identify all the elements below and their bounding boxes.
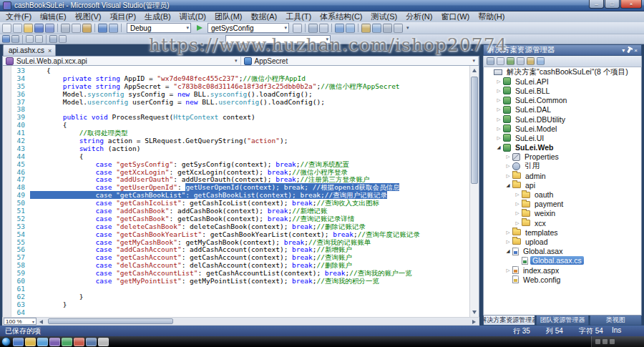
tree-item-api[interactable]: ◢api — [484, 180, 641, 190]
horizontal-scroll-thumb[interactable] — [48, 318, 173, 324]
properties-icon[interactable] — [487, 57, 494, 65]
expand-icon[interactable]: ▷ — [504, 268, 512, 273]
taskbar-app-5[interactable] — [62, 338, 72, 346]
panel-tab-item[interactable]: 解决方案资源管理器 — [483, 316, 535, 326]
code-editor[interactable]: 33 {34 private string AppID = "wx7de948f… — [2, 66, 479, 317]
menu-item-e[interactable]: 编辑(E) — [36, 11, 71, 22]
expand-icon[interactable]: ▷ — [504, 239, 512, 245]
paste-icon[interactable] — [82, 24, 92, 33]
close-button[interactable]: × — [620, 0, 642, 9]
expand-icon[interactable]: ▷ — [514, 192, 521, 197]
start-debugging-icon[interactable] — [195, 24, 204, 33]
tree-item-index-aspx[interactable]: ▷index.aspx — [484, 265, 641, 275]
tree-item-global-asax-cs[interactable]: Global.asax.cs — [484, 256, 641, 265]
taskbar-app-2[interactable] — [25, 338, 36, 346]
panel-tab-item[interactable]: 团队资源管理器 — [536, 316, 588, 326]
editor-horizontal-scrollbar[interactable] — [36, 318, 479, 325]
expand-icon[interactable]: ▷ — [514, 201, 521, 207]
collapse-icon[interactable]: ◢ — [495, 145, 502, 150]
taskbar-app-1[interactable] — [13, 338, 24, 346]
tree-item-weixin[interactable]: ▷weixin — [484, 209, 641, 218]
view-code-icon[interactable] — [517, 57, 525, 65]
collapse-icon[interactable]: ◢ — [504, 182, 512, 188]
expand-icon[interactable]: ▷ — [504, 154, 512, 160]
expand-icon[interactable]: ▷ — [514, 210, 521, 216]
expand-icon[interactable]: ▷ — [504, 173, 512, 179]
tree-item-upload[interactable]: ▷upload — [484, 237, 641, 246]
solution-configuration-combo[interactable]: Debug ▾ — [127, 23, 191, 33]
view-class-diagram-icon[interactable] — [537, 57, 545, 65]
object-browser-icon[interactable] — [394, 24, 403, 33]
comment-selection-icon[interactable] — [308, 24, 318, 33]
system-tray[interactable] — [591, 336, 644, 347]
scroll-down-icon[interactable] — [472, 311, 477, 314]
types-dropdown[interactable]: SuLei.Web.api.xcx.api ▾ — [3, 57, 241, 65]
copy-icon[interactable] — [72, 24, 81, 33]
refresh-icon[interactable] — [507, 57, 514, 65]
toggle-bookmark-icon[interactable] — [335, 24, 344, 33]
menu-item-s[interactable]: 测试(S) — [367, 11, 402, 22]
tree-item-sulei-common[interactable]: ▷SuLei.Common — [484, 96, 641, 105]
taskbar-app-3[interactable] — [37, 338, 48, 346]
menu-item-b[interactable]: 生成(B) — [140, 11, 175, 22]
expand-icon[interactable]: ▷ — [504, 163, 512, 169]
menu-item-a[interactable]: 数据(A) — [247, 11, 282, 22]
expand-icon[interactable]: ▷ — [495, 126, 502, 132]
start-button[interactable] — [1, 337, 11, 346]
expand-icon[interactable]: ▷ — [495, 117, 502, 122]
find-in-files-icon[interactable] — [293, 24, 302, 33]
expand-icon[interactable]: ▷ — [495, 135, 502, 141]
menu-item-d[interactable]: 调试(D) — [175, 11, 210, 22]
maximize-button[interactable]: □ — [605, 0, 620, 9]
increase-indent-icon[interactable] — [35, 35, 43, 43]
window-position-icon[interactable]: ▾ — [622, 47, 625, 54]
expand-icon[interactable]: ▷ — [514, 220, 521, 226]
tree-item-sulei-model[interactable]: ▷SuLei.Model — [484, 124, 641, 133]
comment-block-icon[interactable] — [49, 35, 57, 43]
tree-item-sulei-dal[interactable]: ▷SuLei.DAL — [484, 105, 641, 114]
close-tab-icon[interactable]: × — [48, 47, 52, 54]
navigate-forward-icon[interactable] — [11, 35, 19, 43]
cut-icon[interactable] — [61, 24, 70, 33]
navigate-back-icon[interactable] — [2, 35, 10, 43]
menu-item-n[interactable]: 分析(N) — [401, 11, 436, 22]
scroll-right-icon[interactable] — [472, 320, 476, 324]
expand-icon[interactable]: ▷ — [495, 88, 502, 94]
decrease-indent-icon[interactable] — [26, 35, 34, 43]
expand-icon[interactable]: ▷ — [495, 107, 502, 112]
close-panel-icon[interactable]: × — [634, 47, 638, 54]
taskbar-app-4[interactable] — [49, 338, 60, 346]
tree-item-web-config[interactable]: Web.config — [484, 275, 641, 284]
members-dropdown[interactable]: AppSecret ▾ — [241, 57, 479, 65]
tree-item-cashbooksulei-8[interactable]: 解决方案"cashBookSuLei"(8 个项目) — [484, 67, 641, 77]
tree-item-properties[interactable]: ▷Properties — [484, 152, 641, 162]
taskbar-app-7[interactable] — [86, 338, 97, 346]
tree-item-templates[interactable]: ▷templates — [484, 228, 641, 237]
menu-item-w[interactable]: 窗口(W) — [436, 11, 474, 22]
tree-item-item[interactable]: ▷引用 — [484, 162, 641, 171]
expand-icon[interactable]: ▷ — [495, 97, 502, 103]
next-bookmark-icon[interactable] — [346, 24, 355, 33]
redo-icon[interactable] — [109, 24, 118, 33]
editor-vertical-scrollbar[interactable] — [469, 66, 479, 317]
show-all-files-icon[interactable] — [497, 57, 504, 65]
open-file-icon[interactable] — [24, 24, 33, 33]
uncomment-selection-icon[interactable] — [319, 24, 328, 33]
menu-item-m[interactable]: 团队(M) — [210, 11, 247, 22]
menu-item-h[interactable]: 帮助(H) — [474, 11, 509, 22]
expand-icon[interactable]: ▷ — [504, 230, 512, 235]
save-all-icon[interactable] — [45, 24, 54, 33]
solution-explorer-icon[interactable] — [361, 24, 371, 33]
tree-item-sulei-api[interactable]: ▷SuLei.API — [484, 77, 641, 86]
menu-item-t[interactable]: 工具(T) — [281, 11, 316, 22]
tree-item-sulei-ui[interactable]: ▷SuLei.UI — [484, 133, 641, 142]
collapse-icon[interactable]: ◢ — [504, 248, 512, 254]
active-files-icon[interactable]: ▾ — [463, 47, 466, 53]
undo-icon[interactable] — [98, 24, 107, 33]
add-item-icon[interactable] — [13, 24, 22, 33]
tree-item-xcx[interactable]: ▷xcx — [484, 218, 641, 228]
save-icon[interactable] — [34, 24, 44, 33]
scroll-up-icon[interactable] — [472, 69, 477, 72]
menu-item-v[interactable]: 视图(V) — [71, 11, 106, 22]
find-combo[interactable]: getSysConfig ▾ — [208, 23, 289, 33]
